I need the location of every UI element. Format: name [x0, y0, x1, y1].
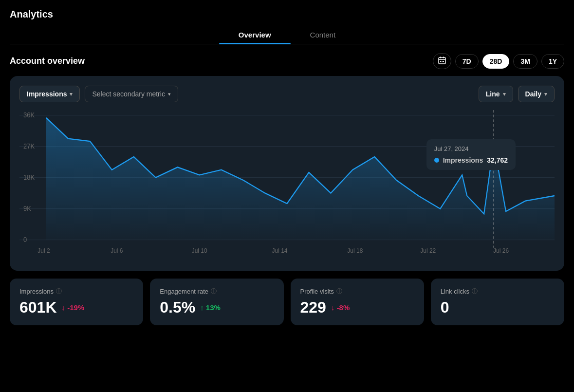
interval-dropdown[interactable]: Daily ▾ — [518, 86, 555, 102]
period-1y-button[interactable]: 1Y — [541, 54, 564, 69]
period-28d-button[interactable]: 28D — [482, 54, 510, 69]
svg-text:0: 0 — [23, 236, 27, 243]
svg-text:18K: 18K — [23, 174, 35, 181]
arrow-down-icon — [62, 303, 66, 312]
stat-value-impressions: 601K -19% — [19, 299, 133, 317]
svg-text:Jul 6: Jul 6 — [111, 247, 123, 254]
impressions-change: -19% — [62, 303, 85, 312]
profile-change: -8% — [331, 303, 350, 312]
svg-text:Jul 14: Jul 14 — [272, 247, 288, 254]
arrow-down-icon-2 — [331, 303, 335, 312]
stat-value-link-clicks: 0 — [441, 299, 555, 317]
chevron-down-icon-3: ▾ — [503, 91, 506, 97]
chart-controls-left: Impressions ▾ Select secondary metric ▾ — [19, 86, 178, 102]
stat-label-impressions: Impressions ⓘ — [19, 287, 133, 296]
stat-value-engagement: 0.5% 13% — [160, 299, 274, 317]
chart-card: Impressions ▾ Select secondary metric ▾ … — [10, 76, 564, 271]
link-clicks-info-icon[interactable]: ⓘ — [472, 287, 478, 296]
arrow-up-icon — [200, 303, 204, 312]
chevron-down-icon: ▾ — [70, 91, 73, 97]
chart-tooltip: Jul 27, 2024 Impressions 32,762 — [426, 139, 516, 170]
tab-bar: Overview Content — [10, 26, 564, 44]
svg-rect-2 — [442, 61, 443, 62]
secondary-metric-dropdown[interactable]: Select secondary metric ▾ — [85, 86, 178, 102]
svg-text:Jul 10: Jul 10 — [192, 247, 207, 254]
profile-info-icon[interactable]: ⓘ — [336, 287, 342, 296]
stats-row: Impressions ⓘ 601K -19% Engagement rate … — [10, 279, 564, 325]
stat-card-engagement: Engagement rate ⓘ 0.5% 13% — [150, 279, 283, 325]
stat-card-profile: Profile visits ⓘ 229 -8% — [291, 279, 424, 325]
chart-area: 36K 27K 18K 9K 0 Jul 2 Jul 6 Jul 10 Jul … — [19, 110, 555, 266]
calendar-button[interactable] — [433, 53, 451, 69]
chart-controls: Impressions ▾ Select secondary metric ▾ … — [19, 86, 555, 102]
tooltip-row: Impressions 32,762 — [434, 156, 508, 164]
chevron-down-icon-2: ▾ — [168, 91, 171, 97]
view-type-dropdown[interactable]: Line ▾ — [479, 86, 513, 102]
primary-metric-label: Impressions — [27, 90, 67, 98]
section-title: Account overview — [10, 56, 85, 66]
chart-controls-right: Line ▾ Daily ▾ — [479, 86, 555, 102]
stat-card-impressions: Impressions ⓘ 601K -19% — [10, 279, 143, 325]
period-selector: 7D 28D 3M 1Y — [433, 53, 564, 69]
primary-metric-dropdown[interactable]: Impressions ▾ — [19, 86, 80, 102]
period-3m-button[interactable]: 3M — [513, 54, 537, 69]
tab-overview[interactable]: Overview — [219, 26, 291, 44]
stat-label-link-clicks: Link clicks ⓘ — [441, 287, 555, 296]
chart-svg: 36K 27K 18K 9K 0 Jul 2 Jul 6 Jul 10 Jul … — [19, 110, 555, 266]
svg-text:Jul 2: Jul 2 — [37, 247, 50, 254]
svg-text:27K: 27K — [23, 143, 35, 150]
period-7d-button[interactable]: 7D — [455, 54, 479, 69]
tooltip-date: Jul 27, 2024 — [434, 145, 508, 152]
svg-text:36K: 36K — [23, 112, 35, 119]
section-header: Account overview 7D 28D 3M 1Y — [10, 53, 564, 69]
tooltip-metric: Impressions — [443, 156, 483, 164]
page-title: Analytics — [10, 9, 564, 20]
svg-rect-0 — [439, 57, 445, 64]
engagement-info-icon[interactable]: ⓘ — [211, 287, 217, 296]
stat-label-profile: Profile visits ⓘ — [300, 287, 414, 296]
stat-value-profile: 229 -8% — [300, 299, 414, 317]
analytics-page: Analytics Overview Content Account overv… — [0, 0, 574, 392]
impressions-info-icon[interactable]: ⓘ — [56, 287, 62, 296]
tooltip-value: 32,762 — [487, 156, 508, 164]
svg-text:Jul 26: Jul 26 — [493, 247, 509, 254]
svg-text:Jul 18: Jul 18 — [347, 247, 363, 254]
chevron-down-icon-4: ▾ — [544, 91, 547, 97]
stat-label-engagement: Engagement rate ⓘ — [160, 287, 274, 296]
svg-rect-3 — [443, 61, 444, 62]
svg-rect-1 — [440, 61, 441, 62]
interval-label: Daily — [525, 90, 541, 98]
svg-text:9K: 9K — [23, 205, 31, 212]
view-type-label: Line — [486, 90, 500, 98]
tab-content[interactable]: Content — [291, 26, 355, 44]
engagement-change: 13% — [200, 303, 221, 312]
svg-text:Jul 22: Jul 22 — [420, 247, 436, 254]
tooltip-dot-icon — [434, 158, 439, 163]
stat-card-link-clicks: Link clicks ⓘ 0 — [431, 279, 564, 325]
secondary-metric-label: Select secondary metric — [92, 90, 165, 98]
